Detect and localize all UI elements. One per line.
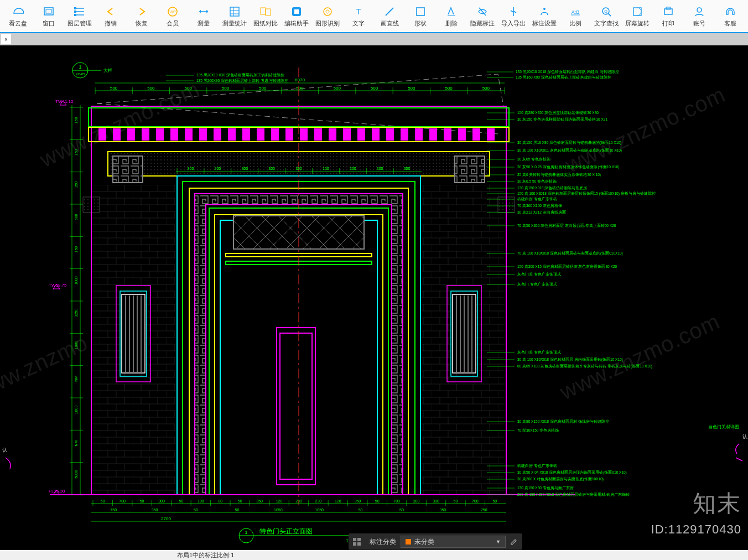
svg-text:灰色门关 专色广东饰顶式: 灰色门关 专色广东饰顶式 [517,272,561,277]
toolbar-icon [11,5,24,18]
toolbar-客服[interactable]: 客服 [715,1,746,32]
svg-text:50: 50 [179,499,184,503]
toolbar-账号[interactable]: 账号 [684,1,715,32]
toolbar-label: 文字 [352,19,365,28]
category-grid-icon[interactable] [349,533,365,550]
category-edit-icon[interactable] [506,533,522,550]
svg-text:150: 150 [74,149,78,156]
svg-rect-1 [46,9,51,13]
svg-text:135 黑260X90 深色砖材面层砖上部砖 考虑 与砖缝隙: 135 黑260X90 深色砖材面层砖上部砖 考虑 与砖缝隙控 [196,79,288,83]
tab-close-button[interactable]: × [1,34,11,44]
toolbar-label: 图纸对比 [253,19,278,28]
svg-text:Q: Q [604,9,607,14]
toolbar-导入导出[interactable]: 导入导出 [498,1,529,32]
toolbar-屏幕旋转[interactable]: 屏幕旋转 [622,1,653,32]
toolbar-label: 形状 [414,19,427,28]
svg-text:750: 750 [110,508,117,512]
svg-text:500: 500 [408,86,415,91]
svg-rect-91 [444,128,451,141]
svg-text:700: 700 [393,499,400,503]
svg-text:30 灰150 专色房花样顶部贴 顶内饰面采用砖格30 X3: 30 灰150 专色房花样顶部贴 顶内饰面采用砖格30 X31 [517,117,607,122]
svg-text:认: 认 [742,434,747,439]
toolbar-icon [290,5,303,18]
toolbar-编辑助手[interactable]: 编辑助手 [281,1,312,32]
svg-rect-2 [74,7,76,9]
svg-text:NM: NM [74,376,78,382]
toolbar-撤销[interactable]: 撤销 [95,1,126,32]
svg-rect-94 [487,128,495,141]
svg-text:NM: NM [74,440,78,446]
svg-rect-310 [357,542,361,546]
svg-point-22 [697,8,702,12]
svg-text:500: 500 [110,86,118,91]
svg-text:50: 50 [399,508,404,512]
toolbar-图纸对比[interactable]: 图纸对比 [250,1,281,32]
cad-canvas[interactable]: www.znzmo.com www.znzmo.com www.znzmo.co… [0,45,748,550]
toolbar-图形识别[interactable]: 图形识别 [312,1,343,32]
toolbar-测量[interactable]: 测量 [188,1,219,32]
svg-text:50: 50 [235,508,240,512]
toolbar-看云盘[interactable]: 看云盘 [2,1,33,32]
toolbar-测量统计[interactable]: 测量统计 [219,1,250,32]
svg-text:135 黑20X10 X30 深色砖材面层砖加工切割砖缝隙控: 135 黑20X10 X30 深色砖材面层砖加工切割砖缝隙控 [196,73,284,77]
toolbar-比例[interactable]: A:B比例 [560,1,591,32]
toolbar-label: 删除 [445,19,458,28]
svg-text:1: 1 [245,530,247,535]
svg-rect-92 [458,128,466,141]
svg-text:1800: 1800 [74,405,78,414]
svg-text:230: 230 [315,499,322,503]
toolbar-文字查找[interactable]: Q文字查找 [591,1,622,32]
svg-text:500: 500 [259,86,267,91]
toolbar-icon [42,5,55,18]
svg-text:2700: 2700 [161,516,171,521]
svg-text:灰色门.专色广东饰顶式: 灰色门.专色广东饰顶式 [517,282,557,287]
svg-text:30 灰0.5 50 专色房核饰: 30 灰0.5 50 专色房核饰 [517,179,557,184]
status-bar: 布局1中的标注比例:1 [0,550,748,560]
toolbar-图层管理[interactable]: 图层管理 [64,1,95,32]
category-select[interactable]: 未分类 ▼ [401,536,506,548]
toolbar-label: 恢复 [136,19,148,28]
toolbar-打印[interactable]: 打印 [653,1,684,32]
toolbar-icon [693,5,706,18]
toolbar-label: 文字查找 [594,19,619,28]
svg-rect-75 [214,128,221,141]
svg-rect-74 [199,128,207,141]
cad-drawing: 1 XC-05 大样 50050050050050050050050050050… [0,45,748,550]
toolbar-隐藏标注[interactable]: 隐藏标注 [467,1,498,32]
toolbar-icon [104,5,117,18]
toolbar-标注设置[interactable]: 标注设置 [529,1,560,32]
svg-text:150 真 100 X3018 深色砖灰面层表层砖顶饰网15: 150 真 100 X3018 深色砖灰面层表层砖顶饰网15 (饰面10X10)… [517,191,656,196]
toolbar-窗口[interactable]: 窗口 [33,1,64,32]
svg-text:500: 500 [185,86,193,91]
toolbar-icon [476,5,489,18]
svg-text:500: 500 [371,86,378,91]
svg-text:30 真50 X 04 X018 深色房材面层房顶内饰面采用: 30 真50 X 04 X018 深色房材面层房顶内饰面采用砖(饰面010 X1… [517,470,627,475]
svg-rect-307 [353,538,356,541]
svg-rect-77 [242,128,250,141]
toolbar-label: 导入导出 [501,19,526,28]
toolbar-形状[interactable]: 形状 [405,1,436,32]
svg-text:自色门关材详图: 自色门关材详图 [708,424,739,429]
svg-text:30 真212 X212 灰白房线房面: 30 真212 X212 灰白房线房面 [517,210,566,215]
svg-text:150: 150 [74,246,78,253]
svg-text:350: 350 [440,508,446,512]
svg-rect-14 [417,8,424,15]
svg-text:认: 认 [2,447,7,453]
svg-text:30 灰50 X 0.25 深色房贴 房材面顶体饰色墙面涂(: 30 灰50 X 0.25 深色房贴 房材面顶体饰色墙面涂(饰面10 X10) [517,165,619,169]
toolbar-画直线[interactable]: 画直线 [374,1,405,32]
toolbar-会员[interactable]: VIP会员 [157,1,188,32]
svg-text:1080: 1080 [74,276,78,285]
svg-text:50: 50 [101,499,105,503]
toolbar-删除[interactable]: 删除 [436,1,467,32]
svg-text:300: 300 [188,167,194,170]
svg-text:5800: 5800 [74,470,78,479]
svg-text:350: 350 [256,499,263,503]
svg-rect-4 [74,14,76,16]
toolbar-label: 打印 [662,19,674,28]
toolbar-文字[interactable]: T文字 [343,1,374,32]
toolbar-恢复[interactable]: 恢复 [126,1,157,32]
svg-text:300: 300 [158,499,165,503]
svg-rect-0 [44,8,53,15]
svg-text:50: 50 [359,508,363,512]
svg-rect-80 [285,128,293,141]
